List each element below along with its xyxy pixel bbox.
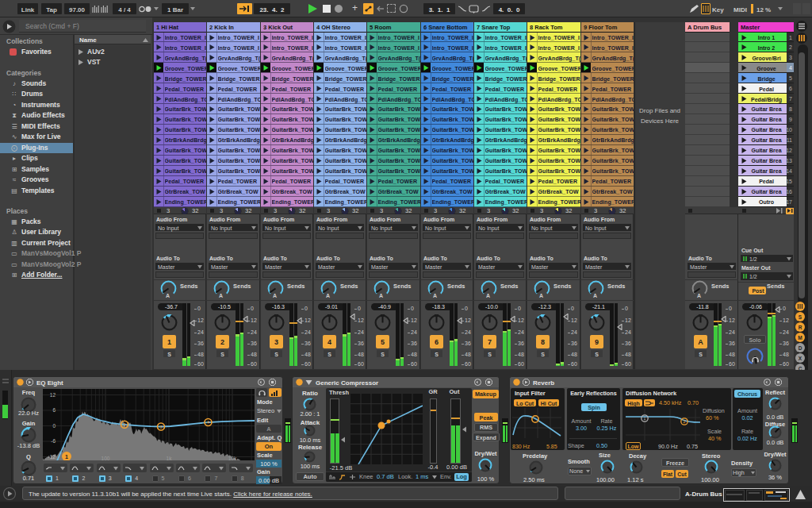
- svg-text:1: 1: [644, 416, 646, 421]
- svg-text:3: 3: [160, 425, 163, 429]
- svg-text:2: 2: [124, 422, 126, 427]
- svg-text:4: 4: [207, 420, 209, 425]
- svg-text:2: 2: [684, 419, 686, 424]
- svg-text:1: 1: [65, 454, 68, 460]
